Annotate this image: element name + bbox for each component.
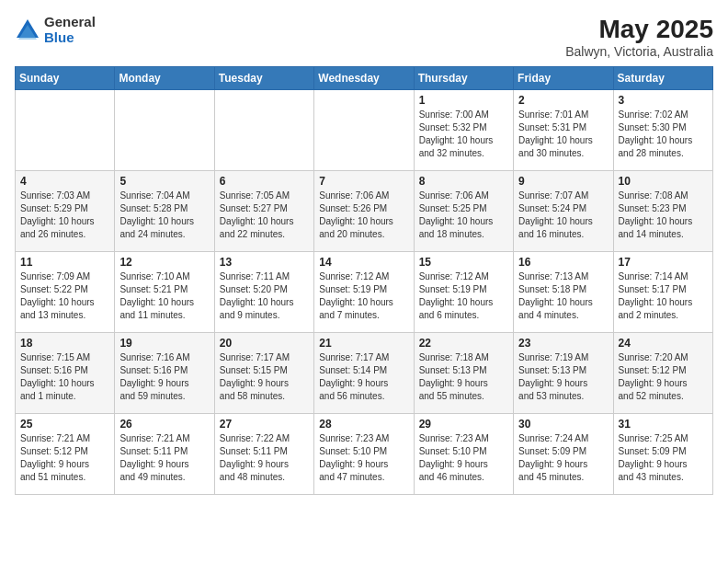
day-info: Sunrise: 7:17 AM Sunset: 5:14 PM Dayligh… — [319, 351, 408, 403]
day-number: 21 — [319, 337, 408, 350]
calendar-cell: 28Sunrise: 7:23 AM Sunset: 5:10 PM Dayli… — [314, 414, 414, 495]
calendar-cell: 8Sunrise: 7:06 AM Sunset: 5:25 PM Daylig… — [414, 171, 513, 252]
day-info: Sunrise: 7:06 AM Sunset: 5:25 PM Dayligh… — [419, 190, 508, 241]
calendar-cell: 9Sunrise: 7:07 AM Sunset: 5:24 PM Daylig… — [514, 171, 613, 252]
calendar-week-5: 25Sunrise: 7:21 AM Sunset: 5:12 PM Dayli… — [16, 414, 713, 495]
logo-text: General Blue — [44, 15, 96, 45]
calendar-cell: 27Sunrise: 7:22 AM Sunset: 5:11 PM Dayli… — [214, 414, 313, 495]
day-number: 11 — [20, 256, 109, 269]
day-number: 26 — [119, 418, 209, 431]
day-number: 22 — [419, 337, 508, 350]
calendar-cell: 29Sunrise: 7:23 AM Sunset: 5:10 PM Dayli… — [414, 414, 513, 495]
calendar-cell: 6Sunrise: 7:05 AM Sunset: 5:27 PM Daylig… — [214, 171, 313, 252]
day-number: 17 — [619, 256, 708, 269]
day-number: 2 — [518, 94, 608, 107]
day-info: Sunrise: 7:11 AM Sunset: 5:20 PM Dayligh… — [220, 270, 309, 322]
calendar-cell: 16Sunrise: 7:13 AM Sunset: 5:18 PM Dayli… — [514, 252, 613, 333]
day-info: Sunrise: 7:04 AM Sunset: 5:28 PM Dayligh… — [119, 190, 209, 241]
page-header: General Blue May 2025 Balwyn, Victoria, … — [15, 15, 713, 59]
day-info: Sunrise: 7:13 AM Sunset: 5:18 PM Dayligh… — [518, 270, 608, 322]
logo-general-text: General — [44, 14, 96, 29]
day-info: Sunrise: 7:19 AM Sunset: 5:13 PM Dayligh… — [518, 351, 608, 403]
logo-icon — [15, 17, 40, 43]
day-number: 6 — [220, 175, 309, 188]
day-number: 16 — [518, 256, 608, 269]
weekday-header-monday: Monday — [115, 67, 214, 90]
day-info: Sunrise: 7:14 AM Sunset: 5:17 PM Dayligh… — [619, 270, 708, 322]
day-number: 12 — [119, 256, 209, 269]
day-number: 1 — [419, 94, 508, 107]
day-info: Sunrise: 7:03 AM Sunset: 5:29 PM Dayligh… — [20, 190, 109, 241]
day-number: 10 — [619, 175, 708, 188]
calendar-cell: 22Sunrise: 7:18 AM Sunset: 5:13 PM Dayli… — [414, 333, 513, 414]
calendar-cell: 17Sunrise: 7:14 AM Sunset: 5:17 PM Dayli… — [613, 252, 712, 333]
calendar-cell: 7Sunrise: 7:06 AM Sunset: 5:26 PM Daylig… — [314, 171, 414, 252]
calendar-cell: 12Sunrise: 7:10 AM Sunset: 5:21 PM Dayli… — [115, 252, 214, 333]
day-info: Sunrise: 7:16 AM Sunset: 5:16 PM Dayligh… — [119, 351, 209, 403]
day-number: 14 — [319, 256, 408, 269]
calendar-week-1: 1Sunrise: 7:00 AM Sunset: 5:32 PM Daylig… — [16, 90, 713, 171]
day-number: 28 — [319, 418, 408, 431]
calendar-cell: 14Sunrise: 7:12 AM Sunset: 5:19 PM Dayli… — [314, 252, 414, 333]
calendar-cell: 1Sunrise: 7:00 AM Sunset: 5:32 PM Daylig… — [414, 90, 513, 171]
page-title: May 2025 — [565, 15, 713, 44]
calendar-table: SundayMondayTuesdayWednesdayThursdayFrid… — [15, 66, 713, 495]
day-number: 29 — [419, 418, 508, 431]
calendar-cell: 4Sunrise: 7:03 AM Sunset: 5:29 PM Daylig… — [16, 171, 115, 252]
day-number: 5 — [119, 175, 209, 188]
day-number: 19 — [119, 337, 209, 350]
logo-blue-text: Blue — [44, 29, 74, 45]
calendar-cell: 15Sunrise: 7:12 AM Sunset: 5:19 PM Dayli… — [414, 252, 513, 333]
day-number: 8 — [419, 175, 508, 188]
day-info: Sunrise: 7:00 AM Sunset: 5:32 PM Dayligh… — [419, 109, 508, 160]
calendar-week-2: 4Sunrise: 7:03 AM Sunset: 5:29 PM Daylig… — [16, 171, 713, 252]
day-info: Sunrise: 7:08 AM Sunset: 5:23 PM Dayligh… — [619, 190, 708, 241]
day-info: Sunrise: 7:21 AM Sunset: 5:11 PM Dayligh… — [119, 432, 209, 484]
day-number: 27 — [220, 418, 309, 431]
day-info: Sunrise: 7:09 AM Sunset: 5:22 PM Dayligh… — [20, 270, 109, 322]
day-number: 25 — [20, 418, 109, 431]
day-info: Sunrise: 7:12 AM Sunset: 5:19 PM Dayligh… — [419, 270, 508, 322]
weekday-header-saturday: Saturday — [613, 67, 712, 90]
day-info: Sunrise: 7:22 AM Sunset: 5:11 PM Dayligh… — [220, 432, 309, 484]
day-info: Sunrise: 7:23 AM Sunset: 5:10 PM Dayligh… — [319, 432, 408, 484]
day-info: Sunrise: 7:05 AM Sunset: 5:27 PM Dayligh… — [220, 190, 309, 241]
calendar-cell: 20Sunrise: 7:17 AM Sunset: 5:15 PM Dayli… — [214, 333, 313, 414]
weekday-header-wednesday: Wednesday — [314, 67, 414, 90]
day-info: Sunrise: 7:15 AM Sunset: 5:16 PM Dayligh… — [20, 351, 109, 403]
weekday-header-thursday: Thursday — [414, 67, 513, 90]
calendar-cell: 10Sunrise: 7:08 AM Sunset: 5:23 PM Dayli… — [613, 171, 712, 252]
day-number: 13 — [220, 256, 309, 269]
day-info: Sunrise: 7:10 AM Sunset: 5:21 PM Dayligh… — [119, 270, 209, 322]
day-number: 18 — [20, 337, 109, 350]
day-info: Sunrise: 7:24 AM Sunset: 5:09 PM Dayligh… — [518, 432, 608, 484]
calendar-cell: 18Sunrise: 7:15 AM Sunset: 5:16 PM Dayli… — [16, 333, 115, 414]
day-info: Sunrise: 7:06 AM Sunset: 5:26 PM Dayligh… — [319, 190, 408, 241]
calendar-cell: 5Sunrise: 7:04 AM Sunset: 5:28 PM Daylig… — [115, 171, 214, 252]
calendar-cell: 25Sunrise: 7:21 AM Sunset: 5:12 PM Dayli… — [16, 414, 115, 495]
day-number: 9 — [518, 175, 608, 188]
calendar-cell: 13Sunrise: 7:11 AM Sunset: 5:20 PM Dayli… — [214, 252, 313, 333]
day-number: 30 — [518, 418, 608, 431]
day-number: 24 — [619, 337, 708, 350]
page-subtitle: Balwyn, Victoria, Australia — [565, 44, 713, 59]
day-number: 3 — [619, 94, 708, 107]
weekday-header-sunday: Sunday — [16, 67, 115, 90]
calendar-cell: 26Sunrise: 7:21 AM Sunset: 5:11 PM Dayli… — [115, 414, 214, 495]
day-info: Sunrise: 7:12 AM Sunset: 5:19 PM Dayligh… — [319, 270, 408, 322]
day-info: Sunrise: 7:23 AM Sunset: 5:10 PM Dayligh… — [419, 432, 508, 484]
calendar-cell: 3Sunrise: 7:02 AM Sunset: 5:30 PM Daylig… — [613, 90, 712, 171]
calendar-cell: 11Sunrise: 7:09 AM Sunset: 5:22 PM Dayli… — [16, 252, 115, 333]
title-block: May 2025 Balwyn, Victoria, Australia — [565, 15, 713, 59]
day-number: 31 — [619, 418, 708, 431]
calendar-cell — [214, 90, 313, 171]
day-info: Sunrise: 7:21 AM Sunset: 5:12 PM Dayligh… — [20, 432, 109, 484]
day-info: Sunrise: 7:25 AM Sunset: 5:09 PM Dayligh… — [619, 432, 708, 484]
calendar-cell: 23Sunrise: 7:19 AM Sunset: 5:13 PM Dayli… — [514, 333, 613, 414]
day-info: Sunrise: 7:07 AM Sunset: 5:24 PM Dayligh… — [518, 190, 608, 241]
calendar-cell — [115, 90, 214, 171]
day-number: 7 — [319, 175, 408, 188]
calendar-cell — [314, 90, 414, 171]
weekday-header-tuesday: Tuesday — [214, 67, 313, 90]
calendar-cell: 30Sunrise: 7:24 AM Sunset: 5:09 PM Dayli… — [514, 414, 613, 495]
